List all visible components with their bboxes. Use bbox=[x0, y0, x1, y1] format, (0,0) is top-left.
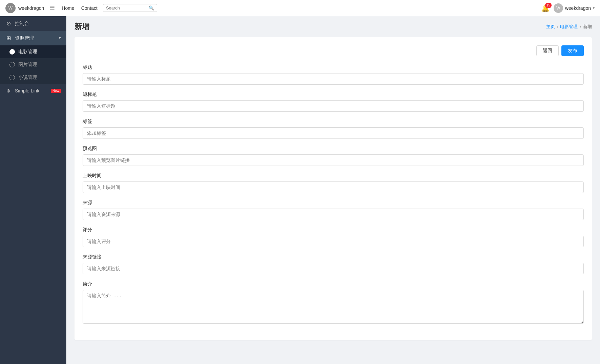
new-badge: New bbox=[51, 89, 61, 93]
sidebar-dashboard-label: 控制台 bbox=[15, 21, 61, 27]
rating-group: 评分 bbox=[83, 227, 584, 247]
sidebar-resources-label: 资源管理 bbox=[15, 35, 56, 41]
breadcrumb-home[interactable]: 主页 bbox=[546, 24, 555, 30]
sidebar-item-movie[interactable]: 电影管理 bbox=[0, 45, 66, 58]
user-menu[interactable]: W weekdragon ▾ bbox=[554, 3, 595, 13]
breadcrumb-sep-2: / bbox=[580, 24, 581, 29]
navbar-right: 🔔 15 W weekdragon ▾ bbox=[541, 3, 595, 13]
intro-label: 简介 bbox=[83, 281, 584, 287]
search-input[interactable] bbox=[106, 5, 147, 10]
menu-icon[interactable]: ☰ bbox=[49, 4, 55, 12]
notification-badge: 15 bbox=[545, 3, 552, 8]
chevron-down-icon: ▾ bbox=[59, 36, 61, 40]
sidebar-item-novel[interactable]: 小说管理 bbox=[0, 71, 66, 84]
intro-group: 简介 bbox=[83, 281, 584, 325]
movie-bullet-icon bbox=[9, 49, 15, 55]
title-input[interactable] bbox=[83, 73, 584, 85]
notification-bell[interactable]: 🔔 15 bbox=[541, 4, 550, 12]
subtitle-group: 短标题 bbox=[83, 91, 584, 112]
sidebar-item-image[interactable]: 图片管理 bbox=[0, 58, 66, 71]
nav-link-home[interactable]: Home bbox=[62, 5, 74, 11]
brand-avatar: W bbox=[5, 3, 16, 13]
title-group: 标题 bbox=[83, 64, 584, 85]
sidebar-sub-group: 电影管理 图片管理 小说管理 bbox=[0, 45, 66, 84]
novel-bullet-icon bbox=[9, 75, 15, 80]
preview-label: 预览图 bbox=[83, 146, 584, 152]
layout: ⊙ 控制台 ⊞ 资源管理 ▾ 电影管理 图片管理 小说管理 ⊕ Simple L… bbox=[0, 16, 600, 364]
rating-input[interactable] bbox=[83, 236, 584, 247]
page-title: 新增 bbox=[74, 22, 89, 32]
intro-textarea[interactable] bbox=[83, 290, 584, 324]
main-content: 新增 主页 / 电影管理 / 新增 返回 发布 标题 短标题 bbox=[66, 16, 600, 364]
image-bullet-icon bbox=[9, 62, 15, 67]
preview-input[interactable] bbox=[83, 154, 584, 166]
page-header: 新增 主页 / 电影管理 / 新增 bbox=[66, 16, 600, 37]
source-label: 来源 bbox=[83, 200, 584, 206]
tags-label: 标签 bbox=[83, 119, 584, 125]
sidebar-item-simple-link[interactable]: ⊕ Simple Link New bbox=[0, 84, 66, 98]
navbar: W weekdragon ☰ Home Contact 🔍 🔔 15 W wee… bbox=[0, 0, 600, 16]
tags-input[interactable] bbox=[83, 127, 584, 139]
navbar-brand: W weekdragon bbox=[5, 3, 44, 13]
username-label: weekdragon bbox=[565, 5, 591, 11]
subtitle-label: 短标题 bbox=[83, 91, 584, 98]
search-box[interactable]: 🔍 bbox=[103, 4, 157, 12]
form-toolbar: 返回 发布 bbox=[83, 45, 584, 56]
release-time-group: 上映时间 bbox=[83, 173, 584, 193]
tags-group: 标签 bbox=[83, 119, 584, 139]
dropdown-arrow-icon: ▾ bbox=[593, 6, 595, 10]
sidebar-simple-link-label: Simple Link bbox=[15, 88, 46, 93]
title-label: 标题 bbox=[83, 64, 584, 70]
source-link-group: 来源链接 bbox=[83, 254, 584, 274]
source-group: 来源 bbox=[83, 200, 584, 220]
plus-icon: ⊕ bbox=[5, 88, 12, 93]
breadcrumb-current: 新增 bbox=[583, 24, 592, 30]
user-avatar: W bbox=[554, 3, 563, 13]
dashboard-icon: ⊙ bbox=[5, 20, 12, 27]
breadcrumb: 主页 / 电影管理 / 新增 bbox=[546, 24, 592, 30]
search-icon: 🔍 bbox=[149, 5, 154, 10]
resources-icon: ⊞ bbox=[5, 35, 12, 41]
release-time-input[interactable] bbox=[83, 181, 584, 193]
sidebar-item-dashboard[interactable]: ⊙ 控制台 bbox=[0, 16, 66, 31]
brand-name: weekdragon bbox=[18, 5, 44, 11]
back-button[interactable]: 返回 bbox=[536, 45, 559, 56]
navbar-links: Home Contact bbox=[62, 5, 98, 11]
breadcrumb-section[interactable]: 电影管理 bbox=[560, 24, 578, 30]
rating-label: 评分 bbox=[83, 227, 584, 233]
nav-link-contact[interactable]: Contact bbox=[81, 5, 98, 11]
subtitle-input[interactable] bbox=[83, 100, 584, 112]
sidebar-novel-label: 小说管理 bbox=[18, 74, 37, 81]
source-link-input[interactable] bbox=[83, 263, 584, 274]
preview-group: 预览图 bbox=[83, 146, 584, 166]
source-input[interactable] bbox=[83, 209, 584, 220]
sidebar: ⊙ 控制台 ⊞ 资源管理 ▾ 电影管理 图片管理 小说管理 ⊕ Simple L… bbox=[0, 16, 66, 364]
sidebar-movie-label: 电影管理 bbox=[18, 49, 37, 55]
breadcrumb-sep-1: / bbox=[557, 24, 558, 29]
publish-button[interactable]: 发布 bbox=[561, 45, 584, 56]
source-link-label: 来源链接 bbox=[83, 254, 584, 260]
release-time-label: 上映时间 bbox=[83, 173, 584, 179]
sidebar-item-resources[interactable]: ⊞ 资源管理 ▾ bbox=[0, 31, 66, 45]
form-card: 返回 发布 标题 短标题 标签 预览图 上映时间 bbox=[74, 37, 592, 340]
sidebar-image-label: 图片管理 bbox=[18, 62, 37, 68]
